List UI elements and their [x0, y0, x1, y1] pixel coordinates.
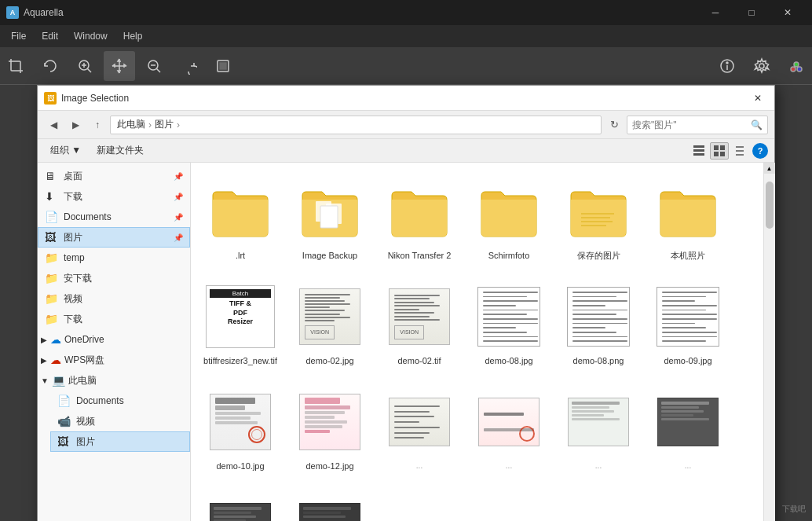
close-button[interactable]: ✕	[770, 0, 806, 25]
folder-nikon[interactable]: Nikon Transfer 2	[376, 169, 463, 271]
expand-icon-wps: ▶	[41, 356, 47, 365]
menu-help[interactable]: Help	[115, 28, 151, 45]
sidebar-downloads-label: 下载	[64, 190, 169, 204]
nav-forward-button[interactable]: ▶	[66, 116, 85, 134]
menu-edit[interactable]: Edit	[34, 28, 66, 45]
svg-rect-0	[11, 61, 20, 71]
svg-point-21	[794, 62, 799, 67]
file-demo12jpg[interactable]: demo-12.jpg	[287, 380, 373, 482]
settings-tool-button[interactable]	[746, 51, 777, 81]
sidebar-item-temp[interactable]: 📁 temp	[38, 248, 190, 268]
svg-rect-28	[714, 152, 719, 156]
pin-icon: 📌	[174, 172, 183, 181]
file-demo12jpg-thumb	[294, 387, 365, 457]
rotate-tool-button[interactable]	[35, 51, 66, 81]
new-folder-button[interactable]: 新建文件夹	[90, 142, 150, 159]
svg-rect-24	[693, 149, 704, 152]
sidebar-group-onedrive[interactable]: ▶ ☁ OneDrive	[38, 329, 190, 350]
sidebar-videos-label: 视频	[64, 292, 183, 306]
sidebar-temp-label: temp	[64, 252, 183, 263]
file-demo02jpg[interactable]: VISION demo-02.jpg	[287, 274, 373, 376]
sidebar-item-desktop[interactable]: 🖥 桌面 📌	[38, 166, 190, 186]
breadcrumb-pictures[interactable]: 图片	[155, 118, 174, 131]
folder-saved-pics-thumb	[563, 176, 634, 247]
file-row3-5[interactable]: ...	[197, 485, 283, 521]
sidebar-item-videos[interactable]: 📁 视频	[38, 288, 190, 309]
view-list-button[interactable]	[689, 142, 708, 160]
file-row3-2[interactable]: ...	[466, 380, 552, 482]
onedrive-icon: ☁	[50, 333, 61, 346]
sidebar-group-thispc[interactable]: ▼ 💻 此电脑	[38, 370, 190, 391]
nav-up-button[interactable]: ↑	[88, 116, 107, 134]
file-row3-6-thumb	[294, 492, 365, 521]
fit-tool-button[interactable]	[207, 51, 239, 81]
zoom-out-tool-button[interactable]	[138, 51, 170, 81]
documents-icon: 📄	[45, 211, 59, 223]
sidebar-group-wps[interactable]: ▶ ☁ WPS网盘	[38, 350, 190, 370]
folder-schirmfoto[interactable]: Schirmfoto	[466, 169, 552, 271]
file-demo02tif[interactable]: VISION demo-02.tif	[376, 274, 463, 376]
sidebar-item-thispc-videos[interactable]: 📹 视频	[50, 411, 190, 431]
crop-tool-button[interactable]	[0, 51, 31, 81]
sidebar-item-downloads[interactable]: ⬇ 下载 📌	[38, 186, 190, 207]
pin-icon-4: 📌	[174, 233, 183, 242]
zoom-in-tool-button[interactable]	[69, 51, 101, 81]
file-demo08jpg[interactable]: demo-08.jpg	[466, 274, 552, 376]
temp-icon: 📁	[45, 251, 59, 264]
restore-button[interactable]: □	[733, 0, 770, 25]
info-tool-button[interactable]	[711, 51, 743, 81]
svg-point-19	[759, 64, 764, 68]
file-row3-3[interactable]: ...	[555, 380, 642, 482]
minimize-button[interactable]: ─	[697, 0, 733, 25]
wps-icon: ☁	[50, 354, 61, 366]
file-demo09jpg[interactable]: demo-09.jpg	[645, 274, 731, 376]
file-btiff-name: btiffresizer3_new.tif	[203, 355, 277, 366]
file-row3-2-thumb	[474, 387, 544, 457]
help-button[interactable]: ?	[752, 143, 768, 159]
file-demo08png[interactable]: demo-08.png	[555, 274, 642, 376]
folder-lrt[interactable]: .lrt	[197, 169, 283, 271]
file-btiff[interactable]: Batch TIFF &PDFResizer btiffresizer3_new…	[197, 274, 283, 376]
file-area: .lrt	[191, 163, 763, 521]
file-row3-1[interactable]: ...	[376, 380, 463, 482]
dialog-scrollbar[interactable]: ▲ ▼	[763, 163, 774, 521]
file-row3-4[interactable]: ...	[645, 380, 731, 482]
scroll-up-button[interactable]: ▲	[764, 163, 775, 174]
sidebar-item-thispc-pictures[interactable]: 🖼 图片	[50, 431, 190, 452]
menu-window[interactable]: Window	[66, 28, 115, 45]
view-grid-button[interactable]	[710, 142, 729, 160]
folder-saved-pics-name: 保存的图片	[577, 250, 620, 261]
menu-file[interactable]: File	[3, 28, 34, 45]
sidebar-item-documents[interactable]: 📄 Documents 📌	[38, 207, 190, 227]
app-background: aF 🖼 Image Selection ✕ ◀ ▶ ↑ 此电脑 › 图片 ›	[0, 85, 812, 521]
thispc-videos-label: 视频	[76, 415, 183, 428]
folder-imagebackup-thumb	[294, 176, 365, 247]
thispc-docs-label: Documents	[76, 395, 183, 406]
file-row3-6[interactable]: ...	[287, 485, 373, 521]
search-input[interactable]	[632, 119, 751, 130]
watermark: 下载吧	[782, 504, 806, 515]
view-details-button[interactable]	[730, 142, 749, 160]
folder-saved-pics[interactable]: 保存的图片	[555, 169, 642, 271]
redo-tool-button[interactable]	[173, 51, 204, 81]
effects-tool-button[interactable]	[781, 51, 812, 81]
dialog-close-button[interactable]: ✕	[748, 90, 768, 106]
folder-imagebackup[interactable]: Image Backup	[287, 169, 373, 271]
folder-local-photos-name: 本机照片	[671, 250, 705, 261]
scroll-thumb[interactable]	[766, 182, 774, 229]
sidebar-item-anzai[interactable]: 📁 安下载	[38, 268, 190, 288]
svg-line-6	[88, 68, 92, 72]
folder-local-photos[interactable]: 本机照片	[645, 169, 731, 271]
move-tool-button[interactable]	[104, 51, 135, 81]
downloads-icon: ⬇	[45, 190, 59, 203]
svg-rect-35	[320, 206, 338, 228]
folder-lrt-name: .lrt	[236, 250, 245, 261]
sidebar-item-pictures[interactable]: 🖼 图片 📌	[38, 227, 190, 248]
breadcrumb-pc[interactable]: 此电脑	[117, 118, 145, 131]
organize-button[interactable]: 组织 ▼	[44, 142, 87, 159]
sidebar-item-thispc-docs[interactable]: 📄 Documents	[50, 391, 190, 411]
refresh-button[interactable]: ↻	[605, 116, 624, 134]
nav-back-button[interactable]: ◀	[44, 116, 63, 134]
sidebar-item-downloads2[interactable]: 📁 下载	[38, 309, 190, 329]
file-demo10jpg[interactable]: demo-10.jpg	[197, 380, 283, 482]
